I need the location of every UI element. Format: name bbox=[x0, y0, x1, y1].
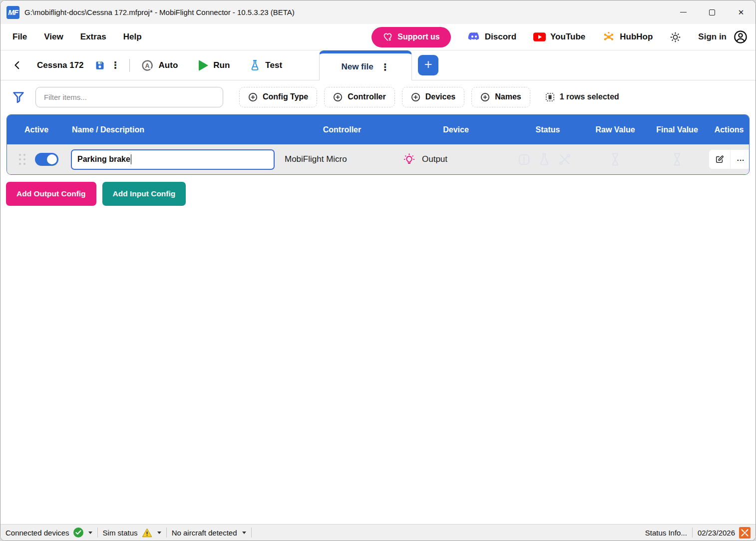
hubhop-label: HubHop bbox=[620, 32, 653, 42]
add-output-config-button[interactable]: Add Output Config bbox=[6, 182, 96, 206]
app-logo-icon: MF bbox=[6, 6, 19, 19]
sim-status-label: Sim status bbox=[103, 529, 138, 537]
status-test-icon bbox=[538, 153, 550, 166]
row-action-group: ... bbox=[709, 150, 750, 169]
circle-plus-icon bbox=[411, 92, 420, 102]
cell-active bbox=[7, 153, 71, 166]
toolbar-left: Cessna 172 ⋮ A Auto Run Test bbox=[9, 50, 289, 80]
filter-config-type-button[interactable]: Config Type bbox=[239, 87, 317, 107]
circle-plus-icon bbox=[248, 92, 258, 102]
cell-name: Parking brake bbox=[71, 149, 283, 170]
cell-controller: MobiFlight Micro bbox=[283, 154, 401, 164]
add-input-config-button[interactable]: Add Input Config bbox=[102, 182, 186, 206]
row-more-button[interactable]: ... bbox=[730, 150, 750, 169]
toolbar-divider bbox=[129, 59, 130, 72]
filter-items-input[interactable] bbox=[35, 87, 223, 107]
heart-dollar-icon: $ bbox=[382, 32, 393, 42]
name-input[interactable]: Parking brake bbox=[71, 149, 275, 170]
sim-status[interactable]: Sim status bbox=[98, 528, 166, 538]
maximize-button[interactable] bbox=[698, 0, 727, 24]
status-info-link[interactable]: Status Info... bbox=[640, 529, 692, 537]
text-caret bbox=[131, 154, 131, 164]
col-header-device: Device bbox=[401, 125, 510, 134]
active-toggle[interactable] bbox=[35, 153, 58, 166]
discord-label: Discord bbox=[485, 32, 516, 42]
discord-icon bbox=[468, 32, 480, 42]
project-name[interactable]: Cessna 172 bbox=[25, 60, 94, 70]
menu-view[interactable]: View bbox=[44, 32, 63, 42]
sign-in-button[interactable]: Sign in bbox=[698, 30, 748, 44]
tab-label: New file bbox=[341, 62, 373, 72]
test-flask-icon bbox=[250, 59, 260, 71]
chevron-down-icon bbox=[157, 532, 161, 534]
theme-toggle-icon[interactable] bbox=[670, 31, 681, 43]
menu-help[interactable]: Help bbox=[123, 32, 142, 42]
auto-button[interactable]: A Auto bbox=[134, 59, 185, 72]
table-row[interactable]: Parking brake MobiFlight Micro Output bbox=[7, 144, 749, 174]
menu-items: File View Extras Help bbox=[8, 32, 142, 42]
final-value-pending-icon bbox=[670, 152, 684, 167]
project-kebab-menu[interactable]: ⋮ bbox=[106, 59, 125, 71]
filter-names-button[interactable]: Names bbox=[471, 87, 530, 107]
status-precondition-icon bbox=[558, 152, 572, 166]
rows-selected-label: 1 rows selected bbox=[560, 92, 619, 101]
aircraft-status-label: No aircraft detected bbox=[172, 529, 237, 537]
toggle-knob bbox=[47, 154, 57, 164]
circle-plus-icon bbox=[480, 92, 490, 102]
status-bar: Connected devices Sim status No aircraft… bbox=[0, 524, 756, 541]
minimize-button[interactable] bbox=[669, 0, 698, 24]
edit-pencil-icon bbox=[715, 154, 725, 164]
menu-file[interactable]: File bbox=[12, 32, 27, 42]
add-tab-button[interactable]: + bbox=[418, 55, 438, 75]
date-label: 02/23/2026 bbox=[698, 529, 735, 537]
simconnect-icon bbox=[739, 527, 751, 539]
connected-devices-label: Connected devices bbox=[5, 529, 69, 537]
maximize-icon bbox=[709, 9, 715, 15]
edit-row-button[interactable] bbox=[709, 150, 730, 169]
rows-selected-indicator: 1 rows selected bbox=[545, 92, 619, 102]
rows-selected-icon bbox=[545, 92, 555, 102]
save-icon[interactable] bbox=[94, 59, 106, 71]
filter-devices-button[interactable]: Devices bbox=[402, 87, 465, 107]
device-label: Output bbox=[422, 154, 447, 164]
support-us-label: Support us bbox=[397, 32, 439, 41]
cell-status bbox=[510, 152, 585, 166]
aircraft-status[interactable]: No aircraft detected bbox=[167, 529, 251, 537]
close-button[interactable]: ✕ bbox=[727, 0, 756, 24]
filter-controller-button[interactable]: Controller bbox=[324, 87, 394, 107]
test-button[interactable]: Test bbox=[243, 59, 289, 71]
sim-warning-icon bbox=[142, 528, 152, 538]
tab-new-file[interactable]: New file ⋮ bbox=[319, 50, 412, 80]
connected-devices-status[interactable]: Connected devices bbox=[5, 528, 97, 538]
config-table: Active Name / Description Controller Dev… bbox=[6, 114, 750, 175]
discord-link[interactable]: Discord bbox=[468, 32, 516, 42]
col-header-actions: Actions bbox=[709, 125, 749, 134]
col-header-raw-value: Raw Value bbox=[585, 125, 645, 134]
cell-final-value bbox=[645, 152, 709, 167]
menu-bar: File View Extras Help $ Support us Disco… bbox=[0, 24, 756, 50]
hubhop-link[interactable]: HubHop bbox=[602, 31, 653, 43]
filter-names-label: Names bbox=[495, 92, 521, 101]
auto-icon: A bbox=[141, 59, 154, 72]
support-us-button[interactable]: $ Support us bbox=[372, 27, 450, 47]
col-header-active: Active bbox=[7, 125, 71, 134]
filter-funnel-icon bbox=[11, 90, 25, 104]
tab-kebab-menu[interactable]: ⋮ bbox=[380, 61, 390, 73]
menu-right-group: $ Support us Discord YouTube H bbox=[372, 27, 748, 47]
statusbar-divider bbox=[251, 528, 252, 538]
menu-extras[interactable]: Extras bbox=[80, 32, 106, 42]
drag-handle-icon[interactable] bbox=[19, 154, 26, 165]
raw-value-pending-icon bbox=[608, 152, 622, 167]
back-button[interactable] bbox=[9, 60, 25, 70]
chevron-down-icon bbox=[242, 532, 246, 534]
filter-devices-label: Devices bbox=[425, 92, 456, 101]
col-header-status: Status bbox=[510, 125, 585, 134]
run-play-icon bbox=[199, 60, 208, 71]
run-button[interactable]: Run bbox=[192, 60, 237, 71]
auto-label: Auto bbox=[159, 60, 178, 70]
test-label: Test bbox=[265, 60, 282, 70]
youtube-link[interactable]: YouTube bbox=[533, 32, 585, 42]
user-avatar-icon bbox=[734, 30, 748, 44]
youtube-label: YouTube bbox=[550, 32, 585, 42]
chevron-down-icon bbox=[88, 532, 92, 534]
